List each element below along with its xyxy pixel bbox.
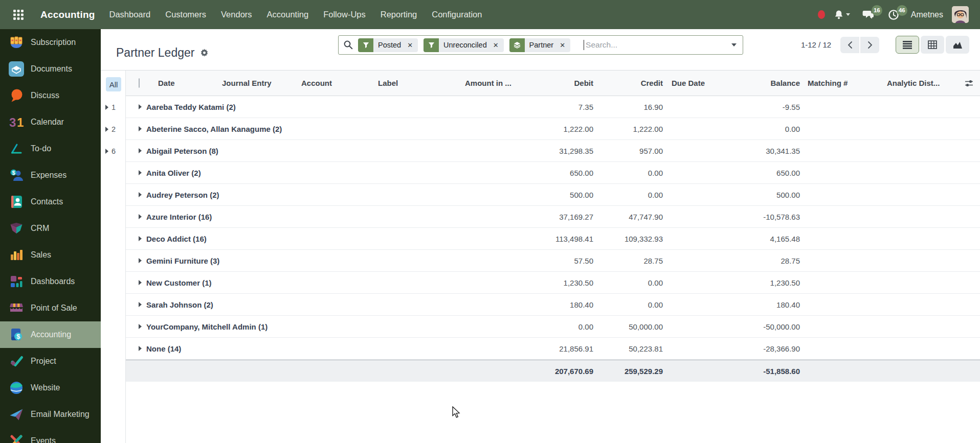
filter-facet-unreconciled[interactable]: Unreconciled ✕ (424, 38, 504, 52)
group-credit: 0.00 (596, 169, 666, 177)
group-balance: 500.00 (732, 191, 803, 199)
expand-caret-icon[interactable] (139, 104, 142, 109)
expand-caret-icon[interactable] (139, 170, 142, 175)
expand-caret-icon[interactable] (139, 214, 142, 219)
sidebar-item-label: Expenses (31, 171, 66, 180)
expand-caret-icon[interactable] (139, 148, 142, 153)
table-group-row[interactable]: Aareba Teddy Katami (2) 7.35 16.90 -9.55 (126, 96, 980, 118)
bell-icon (834, 10, 844, 20)
expand-caret-icon[interactable] (139, 236, 142, 241)
sidebar-item-dashboards[interactable]: Dashboards (0, 268, 101, 295)
notifications-bell-button[interactable] (834, 10, 850, 20)
sidebar-item-crm[interactable]: CRM (0, 215, 101, 242)
table-group-row[interactable]: Deco Addict (16) 113,498.41 109,332.93 4… (126, 228, 980, 250)
remove-facet-icon[interactable]: ✕ (406, 38, 418, 52)
column-header-amount-in-currency[interactable]: Amount in ... (461, 79, 523, 87)
expand-caret-icon[interactable] (139, 258, 142, 263)
table-group-row[interactable]: Abeterine Sacco, Allan Kanagume (2) 1,22… (126, 118, 980, 140)
group-marker[interactable]: 1 (101, 96, 125, 118)
menu-reporting[interactable]: Reporting (381, 10, 417, 19)
table-group-row[interactable]: Gemini Furniture (3) 57.50 28.75 28.75 (126, 250, 980, 272)
search-dropdown-toggle-icon[interactable] (731, 43, 737, 46)
menu-customers[interactable]: Customers (165, 10, 206, 19)
sidebar-item-discuss[interactable]: Discuss (0, 82, 101, 109)
sidebar-item-website[interactable]: Website (0, 375, 101, 401)
select-all-pill[interactable]: All (106, 77, 121, 91)
messages-count-badge: 16 (872, 5, 882, 16)
sidebar-item-accounting[interactable]: $ Accounting (0, 321, 101, 348)
sidebar-item-label: Email Marketing (31, 410, 90, 419)
table-group-row[interactable]: Anita Oliver (2) 650.00 0.00 650.00 (126, 162, 980, 184)
graph-view-button[interactable] (946, 36, 969, 54)
remove-facet-icon[interactable]: ✕ (558, 38, 570, 52)
group-marker-count: 2 (112, 125, 116, 133)
expand-caret-icon[interactable] (139, 324, 142, 329)
sidebar-item-events[interactable]: Events (0, 428, 101, 443)
table-group-row[interactable]: Abigail Peterson (8) 31,298.35 957.00 30… (126, 140, 980, 162)
sidebar-item-sales[interactable]: Sales (0, 242, 101, 268)
activities-button[interactable]: 46 (888, 9, 899, 20)
search-bar[interactable]: Posted ✕ Unreconciled ✕ Partner (338, 35, 743, 55)
chevron-down-icon (846, 13, 850, 16)
menu-follow-ups[interactable]: Follow-Ups (323, 10, 366, 19)
facet-label: Unreconciled (439, 38, 492, 52)
table-total-row: 207,670.69 259,529.29 -51,858.60 (126, 360, 980, 382)
column-header-credit[interactable]: Credit (596, 79, 666, 87)
sidebar-item-todo[interactable]: To-do (0, 135, 101, 162)
sidebar-item-calendar[interactable]: 3 1 Calendar (0, 109, 101, 135)
group-marker[interactable]: 2 (101, 118, 125, 140)
group-debit: 113,498.41 (523, 235, 596, 243)
column-header-label[interactable]: Label (374, 79, 461, 87)
table-group-row[interactable]: None (14) 21,856.91 50,223.81 -28,366.90 (126, 338, 980, 360)
sidebar-item-subscription[interactable]: Subscription (0, 29, 101, 56)
user-name[interactable]: Ametnes (911, 10, 943, 19)
menu-accounting[interactable]: Accounting (267, 10, 309, 19)
menu-configuration[interactable]: Configuration (432, 10, 482, 19)
expand-caret-icon[interactable] (139, 302, 142, 307)
column-header-date[interactable]: Date (154, 79, 218, 87)
column-header-account[interactable]: Account (297, 79, 374, 87)
sidebar-item-documents[interactable]: Documents (0, 56, 101, 82)
menu-dashboard[interactable]: Dashboard (109, 10, 151, 19)
expand-caret-icon[interactable] (139, 280, 142, 285)
pivot-view-button[interactable] (921, 36, 944, 54)
sidebar-item-project[interactable]: Project (0, 348, 101, 375)
menu-vendors[interactable]: Vendors (221, 10, 252, 19)
table-group-row[interactable]: Sarah Johnson (2) 180.40 0.00 180.40 (126, 294, 980, 316)
column-header-debit[interactable]: Debit (523, 79, 596, 87)
table-group-row[interactable]: YourCompany, Mitchell Admin (1) 0.00 50,… (126, 316, 980, 338)
list-view-button[interactable] (896, 36, 919, 54)
search-input[interactable]: Search... (586, 40, 617, 50)
app-title[interactable]: Accounting (40, 9, 95, 20)
sidebar-item-point-of-sale[interactable]: Point of Sale (0, 295, 101, 321)
gear-icon[interactable] (199, 48, 209, 58)
optional-columns-button[interactable] (957, 79, 980, 87)
column-header-journal-entry[interactable]: Journal Entry (218, 79, 297, 87)
expand-caret-icon[interactable] (139, 346, 142, 351)
apps-grid-icon[interactable] (13, 9, 24, 20)
pager-next-button[interactable] (860, 37, 879, 53)
column-header-due-date[interactable]: Due Date (666, 79, 732, 87)
filter-facet-posted[interactable]: Posted ✕ (358, 38, 418, 52)
remove-facet-icon[interactable]: ✕ (492, 38, 504, 52)
expand-caret-icon[interactable] (139, 126, 142, 131)
column-header-balance[interactable]: Balance (732, 79, 803, 87)
table-group-row[interactable]: Azure Interior (16) 37,169.27 47,747.90 … (126, 206, 980, 228)
sidebar-item-expenses[interactable]: $ Expenses (0, 162, 101, 189)
column-header-matching[interactable]: Matching # (803, 79, 883, 87)
table-group-row[interactable]: Audrey Peterson (2) 500.00 0.00 500.00 (126, 184, 980, 206)
table-group-row[interactable]: New Customer (1) 1,230.50 0.00 1,230.50 (126, 272, 980, 294)
groupby-facet-partner[interactable]: Partner ✕ (509, 38, 570, 52)
group-marker[interactable]: 6 (101, 140, 125, 162)
pager-previous-button[interactable] (840, 37, 859, 53)
sidebar-item-contacts[interactable]: Contacts (0, 189, 101, 215)
pager-range: 1-12 / 12 (794, 40, 838, 49)
user-avatar[interactable] (952, 6, 969, 23)
column-header-analytic-distribution[interactable]: Analytic Dist... (883, 79, 957, 87)
messages-button[interactable]: 16 (862, 9, 874, 20)
sidebar-item-email-marketing[interactable]: Email Marketing (0, 401, 101, 428)
select-all-checkbox[interactable] (139, 78, 140, 88)
website-icon (9, 380, 24, 395)
expand-caret-icon[interactable] (139, 192, 142, 197)
group-credit: 1,222.00 (596, 125, 666, 133)
